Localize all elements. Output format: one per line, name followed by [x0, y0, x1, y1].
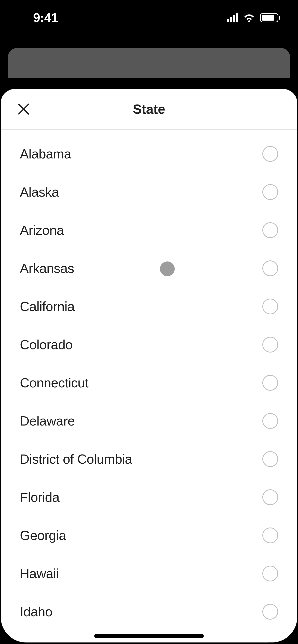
sheet-title: State [133, 101, 165, 117]
close-button[interactable] [15, 100, 33, 118]
radio-icon[interactable] [262, 146, 278, 162]
state-option[interactable]: Alaska [1, 173, 297, 211]
state-option-label: Arizona [20, 223, 64, 238]
state-option-label: Georgia [20, 528, 66, 543]
touch-indicator-dot [160, 261, 175, 276]
state-option-label: Alabama [20, 146, 71, 162]
state-option[interactable]: Arizona [1, 211, 297, 249]
radio-icon[interactable] [262, 184, 278, 200]
state-option[interactable]: Arkansas [1, 249, 297, 287]
state-option[interactable]: Delaware [1, 402, 297, 440]
state-option-label: Alaska [20, 184, 59, 200]
state-option-label: Connecticut [20, 375, 88, 390]
close-icon [18, 103, 30, 115]
state-list[interactable]: AlabamaAlaskaArizonaArkansasCaliforniaCo… [1, 130, 297, 642]
state-option-label: District of Columbia [20, 451, 132, 467]
state-option[interactable]: District of Columbia [1, 440, 297, 478]
state-option-label: Hawaii [20, 566, 59, 581]
background-panel [8, 48, 290, 78]
state-option-label: Idaho [20, 604, 52, 619]
state-picker-sheet: State AlabamaAlaskaArizonaArkansasCalifo… [1, 89, 297, 642]
state-option-label: Florida [20, 490, 59, 505]
status-icons [227, 13, 280, 23]
state-option[interactable]: Colorado [1, 326, 297, 364]
radio-icon[interactable] [262, 642, 278, 642]
cellular-signal-icon [227, 13, 238, 22]
state-option-label: Arkansas [20, 261, 74, 276]
sheet-header: State [1, 89, 297, 130]
state-option[interactable]: Georgia [1, 516, 297, 554]
radio-icon[interactable] [262, 451, 278, 467]
radio-icon[interactable] [262, 299, 278, 314]
status-time: 9:41 [33, 10, 58, 25]
state-option[interactable]: Hawaii [1, 554, 297, 593]
battery-icon [260, 13, 280, 22]
state-option-label: Colorado [20, 337, 73, 352]
radio-icon[interactable] [262, 604, 278, 620]
radio-icon[interactable] [262, 528, 278, 543]
state-option[interactable]: Florida [1, 478, 297, 516]
state-option[interactable]: Idaho [1, 593, 297, 631]
radio-icon[interactable] [262, 413, 278, 429]
radio-icon[interactable] [262, 375, 278, 391]
state-option-label: Delaware [20, 413, 75, 429]
state-option[interactable]: Alabama [1, 135, 297, 173]
radio-icon[interactable] [262, 489, 278, 505]
radio-icon[interactable] [262, 566, 278, 581]
radio-icon[interactable] [262, 337, 278, 353]
state-option[interactable]: Connecticut [1, 364, 297, 402]
state-option-label: California [20, 299, 75, 314]
radio-icon[interactable] [262, 222, 278, 238]
home-indicator[interactable] [94, 634, 204, 638]
radio-icon[interactable] [262, 260, 278, 276]
status-bar: 9:41 [0, 0, 298, 36]
state-option-label: Illinois [20, 642, 56, 642]
wifi-icon [243, 13, 255, 23]
state-option[interactable]: California [1, 287, 297, 326]
